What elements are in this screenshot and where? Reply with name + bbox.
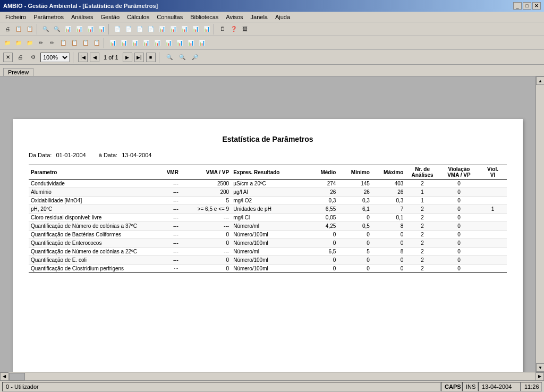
table-cell: 6,1 <box>338 205 372 214</box>
table-cell <box>479 214 507 222</box>
toolbar-btn-20[interactable]: ❓ <box>228 24 239 35</box>
toolbar-btn-5[interactable]: 🔍 <box>52 24 62 35</box>
table-cell: 2 <box>405 231 439 239</box>
table-cell: 0 <box>439 180 479 188</box>
table-row: Quantificação de Número de colónias a 37… <box>29 222 507 231</box>
toolbar-btn-13[interactable]: 📄 <box>146 24 156 35</box>
toolbar-btn-3[interactable]: 📋 <box>24 24 35 35</box>
toolbar-btn-8[interactable]: 📊 <box>85 24 96 35</box>
menu-ficheiro[interactable]: Ficheiro <box>2 13 29 21</box>
menu-avisos[interactable]: Avisos <box>223 13 246 21</box>
setup-btn[interactable]: ⚙ <box>28 52 38 63</box>
first-page-btn[interactable]: |◀ <box>78 53 88 62</box>
title-bar: AMBIO - Gestão Ambiental - [Estatística … <box>0 0 544 12</box>
toolbar2-btn-3[interactable]: 📁 <box>24 38 35 48</box>
vertical-scrollbar[interactable]: ▲ ▼ <box>536 76 544 372</box>
toolbar2-btn-1[interactable]: 📁 <box>2 38 13 48</box>
table-cell: 0 <box>439 231 479 239</box>
menu-gestao[interactable]: Gestão <box>98 13 123 21</box>
last-page-btn[interactable]: ▶| <box>134 53 144 62</box>
prev-page-btn[interactable]: ◀ <box>90 53 99 62</box>
window-controls[interactable]: _ □ ✕ <box>513 2 541 10</box>
toolbar2-btn-12[interactable]: 📊 <box>130 38 140 48</box>
table-cell: 0 <box>181 256 231 265</box>
toolbar2-btn-16[interactable]: 📊 <box>174 38 185 48</box>
toolbar-btn-11[interactable]: 📄 <box>123 24 134 35</box>
toolbar-btn-10[interactable]: 📄 <box>112 24 123 35</box>
date-to-label: à Data: <box>99 152 117 158</box>
table-cell: 0 <box>181 231 231 239</box>
separator-1 <box>37 24 39 35</box>
table-row: Quantificação de Enterococos---0Número/1… <box>29 239 507 248</box>
zoom-select[interactable]: 100% 75% 50% 150% <box>40 53 70 62</box>
table-row: Quantificação de Número de colónias a 22… <box>29 248 507 256</box>
stop-btn[interactable]: ■ <box>146 53 156 62</box>
close-preview-btn[interactable]: ✕ <box>3 53 13 62</box>
next-page-btn[interactable]: ▶ <box>123 53 132 62</box>
table-cell: ··· <box>152 265 181 273</box>
toolbar2-btn-14[interactable]: 📊 <box>152 38 163 48</box>
scroll-down-arrow[interactable]: ▼ <box>536 363 544 372</box>
menu-bibliotecas[interactable]: Bibliotecas <box>187 13 222 21</box>
toolbar-btn-7[interactable]: 📊 <box>74 24 84 35</box>
toolbar-btn-2[interactable]: 📋 <box>13 24 24 35</box>
toolbar2-btn-17[interactable]: 📊 <box>185 38 196 48</box>
toolbar-btn-17[interactable]: 📊 <box>190 24 201 35</box>
table-cell: Quantificação de Enterococos <box>29 239 152 248</box>
toolbar2-btn-4[interactable]: ✏ <box>36 38 46 48</box>
toolbar2-btn-18[interactable]: 📊 <box>197 38 207 48</box>
table-cell: Quantificação de Número de colónias a 37… <box>29 222 152 231</box>
separator-nav2 <box>159 52 161 63</box>
find-btn[interactable]: 🔍 <box>177 52 188 63</box>
toolbar2-btn-13[interactable]: 📊 <box>141 38 151 48</box>
zoom-in-btn[interactable]: 🔎 <box>190 52 200 63</box>
toolbar-btn-9[interactable]: 📊 <box>96 24 107 35</box>
table-cell: Oxidabilidade [MnO4] <box>29 197 152 205</box>
menu-analises[interactable]: Análises <box>68 13 97 21</box>
toolbar2-btn-15[interactable]: 📊 <box>163 38 174 48</box>
toolbar-btn-15[interactable]: 📊 <box>168 24 178 35</box>
toolbar2-btn-2[interactable]: 📁 <box>13 38 24 48</box>
table-cell: 0 <box>372 239 406 248</box>
toolbar2-btn-11[interactable]: 📊 <box>118 38 129 48</box>
toolbar2-btn-9[interactable]: 📋 <box>91 38 102 48</box>
table-row: Quantificação de Bactérias Coliformes---… <box>29 231 507 239</box>
table-cell: Unidades de pH <box>231 205 304 214</box>
col-parametro: Parametro <box>29 165 152 180</box>
toolbar-btn-14[interactable]: 📊 <box>157 24 167 35</box>
toolbar2-btn-7[interactable]: 📋 <box>69 38 80 48</box>
menu-janela[interactable]: Janela <box>248 13 271 21</box>
table-cell: 0 <box>372 256 406 265</box>
table-cell: mg/l O2 <box>231 197 304 205</box>
toolbar-btn-1[interactable]: 🖨 <box>2 24 13 35</box>
restore-button[interactable]: □ <box>523 2 531 10</box>
toolbar-btn-19[interactable]: 🗒 <box>217 24 228 35</box>
toolbar-btn-18[interactable]: 📊 <box>201 24 212 35</box>
separator-nav <box>73 52 75 63</box>
menu-consultas[interactable]: Consultas <box>154 13 186 21</box>
menu-parametros[interactable]: Parâmetros <box>30 13 67 21</box>
table-cell: 0 <box>439 222 479 231</box>
toolbar-btn-12[interactable]: 📄 <box>134 24 145 35</box>
menu-ajuda[interactable]: Ajuda <box>272 13 293 21</box>
table-cell: --- <box>152 256 181 265</box>
preview-tab[interactable]: Preview <box>3 68 33 76</box>
toolbar2-btn-10[interactable]: 📊 <box>107 38 118 48</box>
toolbar-btn-6[interactable]: 📊 <box>63 24 73 35</box>
table-cell: 145 <box>338 180 372 188</box>
separator-2 <box>108 24 110 35</box>
toolbar-btn-16[interactable]: 📊 <box>179 24 190 35</box>
toolbar2-btn-5[interactable]: ✏ <box>47 38 57 48</box>
toolbar-btn-4[interactable]: 🔍 <box>40 24 51 35</box>
print-btn[interactable]: 🖨 <box>15 52 26 63</box>
search-btn[interactable]: 🔍 <box>164 52 175 63</box>
close-button[interactable]: ✕ <box>532 2 541 10</box>
table-cell: mg/l Cl <box>231 214 304 222</box>
toolbar2-btn-6[interactable]: 📋 <box>58 38 69 48</box>
col-viol-vi: Viol.VI <box>479 165 507 180</box>
toolbar2-btn-8[interactable]: 📋 <box>80 38 91 48</box>
scroll-up-arrow[interactable]: ▲ <box>536 76 544 85</box>
toolbar-btn-21[interactable]: 🖼 <box>240 24 250 35</box>
minimize-button[interactable]: _ <box>513 2 522 10</box>
menu-calculos[interactable]: Cálculos <box>124 13 152 21</box>
